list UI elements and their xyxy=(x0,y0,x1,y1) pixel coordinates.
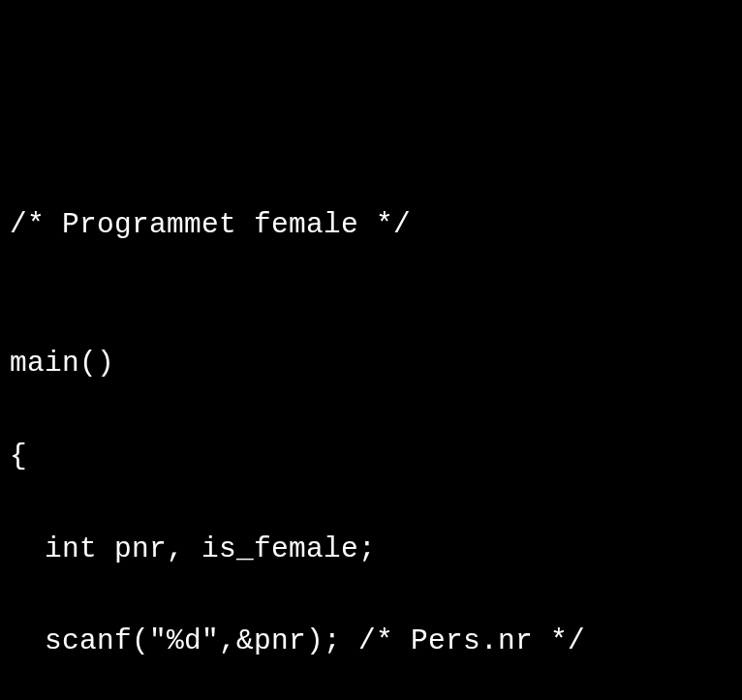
code-line: scanf("%d",&pnr); /* Pers.nr */ xyxy=(10,619,732,665)
code-line: int pnr, is_female; xyxy=(10,527,732,573)
code-line: main() xyxy=(10,341,732,387)
code-line: { xyxy=(10,434,732,480)
code-line: /* Programmet female */ xyxy=(10,202,732,249)
